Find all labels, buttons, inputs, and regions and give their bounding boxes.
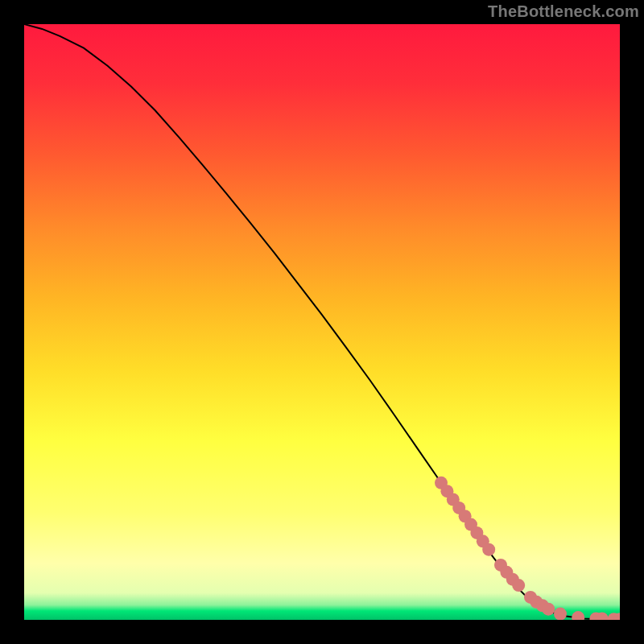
plot-area	[24, 24, 620, 620]
watermark-text: TheBottleneck.com	[488, 2, 639, 21]
data-point	[512, 579, 525, 592]
chart-stage: TheBottleneck.com	[0, 0, 644, 644]
plot-frame	[24, 24, 620, 620]
chart-overlay	[24, 24, 620, 620]
data-point	[572, 611, 584, 620]
data-points-group	[435, 477, 620, 620]
data-point	[542, 603, 555, 616]
data-point	[554, 608, 567, 620]
data-point	[482, 543, 495, 556]
bottleneck-curve	[24, 24, 620, 620]
